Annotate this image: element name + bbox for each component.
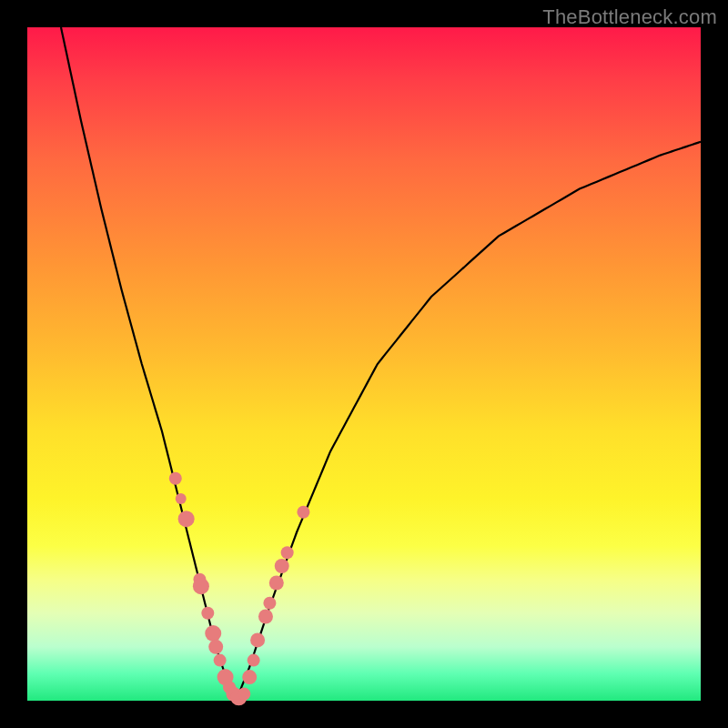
chart-frame: TheBottleneck.com — [0, 0, 728, 728]
data-marker — [238, 688, 250, 701]
data-marker — [169, 472, 182, 485]
data-marker — [275, 559, 289, 573]
data-marker — [297, 506, 309, 519]
data-marker — [176, 493, 187, 504]
data-marker — [248, 654, 260, 667]
curve-group — [61, 27, 701, 701]
data-marker — [208, 640, 223, 654]
chart-svg — [27, 27, 701, 701]
data-marker — [178, 511, 195, 527]
data-marker — [242, 670, 257, 684]
data-marker — [205, 625, 221, 642]
marker-group — [169, 472, 310, 706]
curve-left-branch — [61, 27, 236, 701]
data-marker — [269, 576, 284, 591]
data-marker — [193, 578, 209, 594]
data-marker — [281, 546, 294, 559]
plot-area — [27, 27, 701, 701]
data-marker — [201, 607, 214, 620]
watermark-text: TheBottleneck.com — [542, 5, 717, 29]
data-marker — [258, 610, 273, 624]
data-marker — [250, 632, 265, 647]
data-marker — [263, 597, 276, 610]
data-marker — [214, 654, 227, 667]
curve-right-branch — [236, 142, 701, 701]
